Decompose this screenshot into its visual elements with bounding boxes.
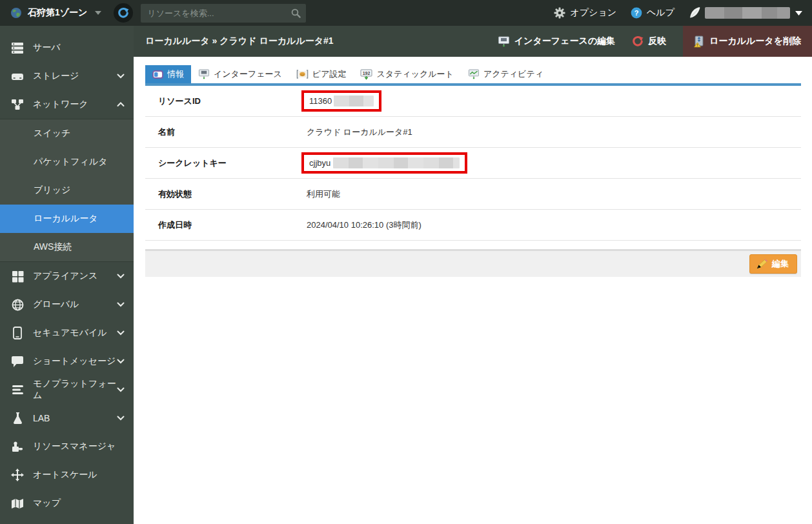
svg-text:!: ! — [697, 43, 698, 47]
reflect-label: 反映 — [648, 35, 666, 47]
search-box[interactable] — [141, 4, 306, 23]
redacted-value — [333, 157, 460, 168]
chevron-down-icon — [117, 302, 125, 307]
sidebar-item-label: グローバル — [33, 299, 79, 310]
delete-label: ローカルルータを削除 — [709, 35, 801, 47]
sidebar-item-label: モノプラットフォーム — [33, 378, 117, 401]
sidebar-item-label: ネットワーク — [33, 99, 88, 110]
delete-router-icon: ! — [694, 35, 704, 48]
sidebar-item-resource-manager[interactable]: リソースマネージャ — [0, 432, 134, 461]
sidebar-item-aws-connect[interactable]: AWS接続 — [0, 233, 134, 261]
tab-info[interactable]: 情報 — [145, 65, 191, 83]
account-menu[interactable] — [689, 6, 803, 19]
row-value-cell: 2024/04/10 10:26:10 (3時間前) — [307, 219, 421, 231]
help-button[interactable]: ? ヘルプ — [631, 7, 675, 19]
row-label: 有効状態 — [145, 188, 307, 200]
delete-local-router-button[interactable]: ! ローカルルータを削除 — [683, 26, 812, 57]
search-icon — [291, 8, 301, 18]
header-bar: ローカルルータ » クラウド ローカルルータ#1 インターフェースの編集 反映 … — [134, 26, 812, 57]
breadcrumb[interactable]: ローカルルータ » クラウド ローカルルータ#1 — [145, 35, 334, 47]
refresh-button[interactable] — [114, 3, 133, 23]
sidebar-item-label: オートスケール — [33, 469, 97, 481]
row-value: cjjbyu — [309, 158, 330, 168]
topbar-right: オプション ? ヘルプ — [546, 6, 812, 19]
peer-icon — [296, 70, 309, 79]
zone-selector[interactable]: 石狩第1ゾーン — [0, 7, 110, 19]
chevron-down-icon — [117, 274, 125, 279]
interface-icon — [198, 69, 210, 79]
refresh-icon — [117, 7, 129, 19]
sidebar-item-short-message[interactable]: ショートメッセージ — [0, 347, 134, 376]
sidebar-item-packet-filter[interactable]: パケットフィルタ — [0, 148, 134, 176]
zone-label: 石狩第1ゾーン — [28, 7, 87, 19]
sidebar-item-storage[interactable]: ストレージ — [0, 62, 134, 90]
sidebar-item-label: AWS接続 — [34, 241, 72, 253]
options-button[interactable]: オプション — [554, 7, 616, 19]
sidebar-item-network[interactable]: ネットワーク — [0, 90, 134, 119]
help-label: ヘルプ — [647, 7, 675, 19]
sidebar-item-label: アプライアンス — [33, 270, 97, 282]
tab-interface[interactable]: インターフェース — [191, 65, 289, 83]
mono-icon — [10, 385, 25, 395]
info-row-secret_key: シークレットキーcjjbyu — [145, 148, 801, 179]
sidebar-item-label: リソースマネージャ — [33, 441, 116, 452]
sidebar-item-label: パケットフィルタ — [34, 156, 108, 168]
redaction-highlight-box: 11360 — [301, 90, 381, 112]
chevron-down-icon — [117, 74, 125, 79]
sidebar-item-bridge[interactable]: ブリッジ — [0, 176, 134, 205]
content-panel: 情報インターフェースピア設定192スタティックルートアクティビティ リソースID… — [134, 57, 812, 277]
sidebar-item-appliance[interactable]: アプライアンス — [0, 262, 134, 290]
header-actions: インターフェースの編集 反映 ! ローカルルータを削除 — [498, 26, 812, 57]
info-row-created_at: 作成日時2024/04/10 10:26:10 (3時間前) — [145, 210, 801, 241]
chevron-up-icon — [117, 102, 125, 107]
edit-button[interactable]: 編集 — [749, 254, 797, 274]
tab-static-route[interactable]: 192スタティックルート — [353, 65, 460, 83]
map-icon — [10, 498, 25, 509]
network-icon — [10, 99, 25, 110]
sidebar-item-secure-mobile[interactable]: セキュアモバイル — [0, 319, 134, 347]
message-icon — [10, 356, 25, 368]
options-label: オプション — [570, 7, 616, 19]
edit-interface-button[interactable]: インターフェースの編集 — [498, 35, 615, 47]
sidebar-item-auto-scale[interactable]: オートスケール — [0, 461, 134, 489]
globe-nav-icon — [10, 299, 25, 311]
sidebar-item-label: ショートメッセージ — [33, 356, 116, 367]
edit-interface-label: インターフェースの編集 — [514, 35, 615, 47]
row-value: 2024/04/10 10:26:10 (3時間前) — [307, 219, 421, 231]
info-row-status: 有効状態利用可能 — [145, 179, 801, 210]
sidebar-item-lab[interactable]: LAB — [0, 404, 134, 432]
tab-activity[interactable]: アクティビティ — [461, 65, 551, 83]
sidebar-item-label: スイッチ — [34, 128, 70, 139]
tab-label: インターフェース — [214, 68, 282, 80]
mobile-icon — [10, 327, 25, 339]
sidebar-item-label: ストレージ — [33, 70, 79, 82]
feather-icon — [689, 6, 700, 19]
svg-text:192: 192 — [363, 71, 370, 76]
search-input[interactable] — [147, 8, 291, 18]
appliance-icon — [10, 270, 25, 283]
edit-button-label: 編集 — [772, 258, 789, 270]
sidebar-item-server[interactable]: サーバ — [0, 34, 134, 62]
lab-icon — [10, 412, 25, 425]
reflect-button[interactable]: 反映 — [632, 35, 666, 47]
zone-globe-icon — [10, 7, 22, 19]
sidebar-item-label: ローカルルータ — [34, 213, 98, 225]
sidebar-item-switch[interactable]: スイッチ — [0, 119, 134, 148]
interface-icon — [498, 36, 510, 47]
activity-icon — [468, 69, 480, 79]
top-bar: 石狩第1ゾーン オプション ? ヘルプ — [0, 0, 812, 26]
server-icon — [10, 42, 25, 54]
sidebar-item-map[interactable]: マップ — [0, 489, 134, 518]
sidebar-item-label: サーバ — [33, 42, 61, 54]
row-value: 11360 — [309, 96, 332, 106]
sidebar-item-local-router[interactable]: ローカルルータ — [0, 205, 134, 233]
row-value-cell: cjjbyu — [307, 152, 467, 174]
sidebar: サーバストレージネットワークスイッチパケットフィルタブリッジローカルルータAWS… — [0, 26, 134, 524]
chevron-down-icon — [117, 387, 125, 392]
zone-caret-icon — [94, 10, 102, 15]
redacted-value — [334, 96, 374, 106]
sidebar-item-global[interactable]: グローバル — [0, 290, 134, 319]
sidebar-item-mono-platform[interactable]: モノプラットフォーム — [0, 376, 134, 404]
tab-peer[interactable]: ピア設定 — [289, 65, 354, 83]
chevron-down-icon — [117, 330, 125, 336]
